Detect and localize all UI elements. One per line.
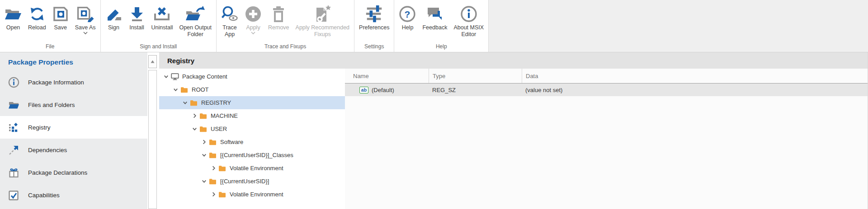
open-button[interactable]: Open (1, 3, 25, 31)
sidebar-item-package-declarations[interactable]: Package Declarations (0, 161, 147, 184)
tree-node-label: MACHINE (211, 112, 238, 119)
folder-tree-icon (209, 178, 217, 185)
trace-app-button[interactable]: TraceApp (218, 3, 241, 38)
sidebar-scrollbar (147, 52, 159, 209)
ribbon-button-label: Open OutputFolder (179, 24, 212, 38)
fixups-icon (313, 5, 332, 23)
install-icon (129, 6, 145, 22)
ribbon-button-label: Save As (75, 24, 96, 31)
main-pane: Registry Package ContentROOTREGISTRYMACH… (159, 52, 868, 209)
uninstall-button[interactable]: Uninstall (148, 3, 176, 31)
tree-node-label: [{CurrentUserSID}]_Classes (220, 152, 293, 158)
ribbon-group-settings: PreferencesSettings (354, 0, 394, 52)
ribbon-button-label: Uninstall (151, 24, 173, 31)
sidebar-item-files-and-folders[interactable]: Files and Folders (0, 93, 147, 116)
info-circle-icon (8, 77, 19, 88)
chevron-down-icon[interactable] (163, 73, 170, 80)
uninstall-icon (153, 6, 171, 22)
sidebar-item-dependencies[interactable]: Dependencies (0, 139, 147, 161)
tree-node-currentusersid[interactable]: [{CurrentUserSID}] (159, 175, 345, 188)
value-name: (Default) (372, 87, 394, 93)
ribbon-button-label: Install (129, 24, 144, 31)
sidebar-item-label: Capabilities (28, 192, 60, 199)
registry-icon (8, 122, 19, 133)
chevron-down-icon[interactable] (201, 152, 208, 158)
svg-text:?: ? (405, 9, 410, 19)
ribbon-button-label: Apply RecommendedFixups (296, 24, 350, 38)
tree-node-registry[interactable]: REGISTRY (159, 96, 345, 109)
tree-node-currentusersid-classes[interactable]: [{CurrentUserSID}]_Classes (159, 149, 345, 162)
open-output-folder-button[interactable]: Open OutputFolder (176, 3, 215, 38)
sidebar-item-label: Dependencies (28, 147, 67, 153)
tree-node-label: [{CurrentUserSID}] (220, 178, 269, 185)
ribbon-button-label: Save (54, 24, 67, 31)
install-button[interactable]: Install (126, 3, 148, 31)
chevron-right-icon[interactable] (210, 165, 217, 172)
column-header-type[interactable]: Type (429, 69, 522, 83)
chevron-right-icon[interactable] (210, 191, 217, 198)
value-type-cell: REG_SZ (429, 84, 522, 96)
ribbon-empty-area (489, 0, 868, 52)
sidebar-item-registry[interactable]: Registry (0, 116, 147, 139)
scrollbar-track[interactable] (148, 70, 157, 209)
ribbon-button-label: Feedback (422, 24, 447, 31)
folder-tree-icon (199, 113, 207, 119)
reload-button[interactable]: Reload (25, 3, 49, 31)
save-button[interactable]: Save (49, 3, 72, 31)
tree-node-label: USER (211, 125, 227, 132)
chevron-down-icon[interactable] (172, 86, 179, 93)
save-as-button[interactable]: Save As (72, 3, 99, 35)
tree-node-label: Software (220, 139, 243, 145)
content-area: Package Properties Package InformationFi… (0, 52, 868, 209)
page-title: Registry (159, 52, 868, 69)
apply-button: Apply (241, 3, 265, 35)
open-output-folder-icon (185, 6, 205, 22)
sign-icon (105, 6, 123, 22)
dropdown-chevron-icon[interactable] (83, 32, 88, 35)
ribbon-button-label: Help (402, 24, 414, 31)
chevron-down-icon[interactable] (182, 99, 189, 106)
chevron-down-icon[interactable] (201, 178, 208, 185)
tree-node-label: Package Content (182, 73, 227, 80)
tree-node-volatile-environment[interactable]: Volatile Environment (159, 188, 345, 201)
tree-node-root[interactable]: ROOT (159, 83, 345, 96)
tree-node-software[interactable]: Software (159, 135, 345, 149)
value-data-cell: (value not set) (522, 84, 868, 96)
ribbon-group-trace-and-fixups: TraceAppApplyRemoveApply RecommendedFixu… (217, 0, 354, 52)
checkbox-icon (8, 190, 19, 201)
folder-tree-icon (180, 87, 188, 93)
scroll-up-button[interactable] (148, 55, 157, 68)
save-as-icon (76, 6, 94, 22)
dropdown-chevron-disabled-icon (251, 32, 255, 35)
tree-node-user[interactable]: USER (159, 122, 345, 135)
tree-node-machine[interactable]: MACHINE (159, 109, 345, 122)
column-header-data[interactable]: Data (522, 69, 868, 83)
table-body: ab(Default)REG_SZ(value not set) (345, 84, 868, 96)
table-row[interactable]: ab(Default)REG_SZ(value not set) (345, 84, 868, 96)
sign-button[interactable]: Sign (102, 3, 126, 31)
chevron-right-icon[interactable] (201, 139, 208, 145)
tree-node-package-content[interactable]: Package Content (159, 70, 345, 83)
save-icon (52, 6, 69, 22)
sidebar-item-label: Registry (28, 124, 51, 131)
column-header-name[interactable]: Name (345, 69, 429, 83)
folder-tree-icon (199, 126, 207, 132)
chevron-down-icon[interactable] (191, 125, 198, 132)
folder-tree-icon (190, 100, 198, 106)
help-button[interactable]: ?Help (396, 3, 419, 31)
trace-app-icon (221, 5, 238, 23)
feedback-icon (426, 6, 444, 22)
registry-values-table: NameTypeData ab(Default)REG_SZ(value not… (345, 69, 868, 209)
about-msix-editor-button[interactable]: About MSIXEditor (450, 3, 487, 38)
open-folder-icon (5, 6, 22, 22)
preferences-button[interactable]: Preferences (356, 3, 392, 31)
tree-node-label: Volatile Environment (230, 191, 283, 198)
chevron-right-icon[interactable] (191, 112, 198, 119)
scroll-up-arrow-icon (151, 60, 155, 63)
sidebar-item-capabilities[interactable]: Capabilities (0, 184, 147, 206)
feedback-button[interactable]: Feedback (419, 3, 450, 31)
tree-node-volatile-environment[interactable]: Volatile Environment (159, 162, 345, 175)
folder-icon (8, 99, 19, 111)
apply-recommended-fixups-button: Apply RecommendedFixups (292, 3, 353, 38)
sidebar-item-package-information[interactable]: Package Information (0, 71, 147, 93)
